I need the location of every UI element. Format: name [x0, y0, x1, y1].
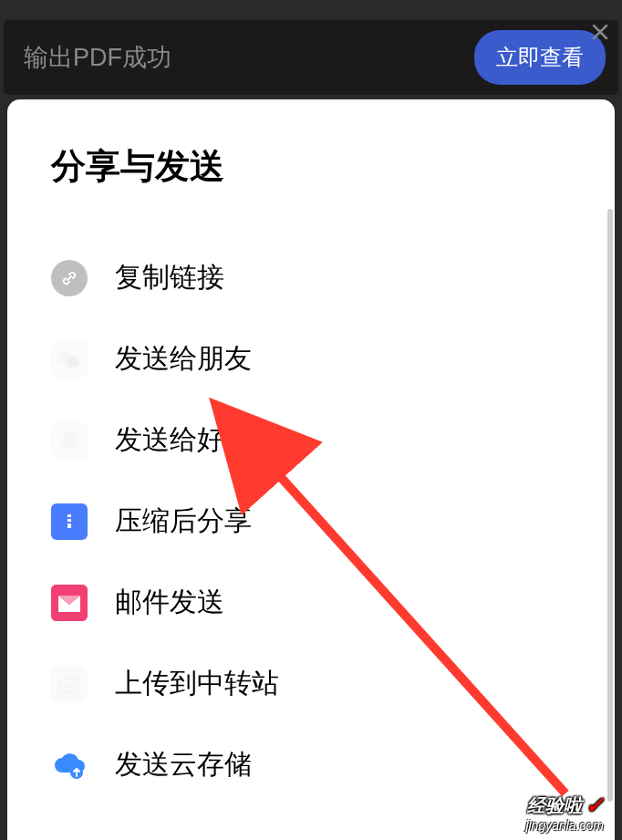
sheet-title: 分享与发送	[7, 143, 615, 190]
watermark: 经验啦 ✓ jingyanla.com	[525, 793, 604, 833]
link-icon	[51, 260, 88, 296]
option-label: 发送给好友	[115, 421, 252, 459]
option-send-friend-qq[interactable]: 发送给好友	[51, 399, 571, 481]
svg-rect-5	[67, 524, 71, 528]
wechat-icon	[51, 341, 88, 378]
watermark-url: jingyanla.com	[525, 818, 604, 833]
qq-icon	[51, 422, 88, 459]
option-label: 邮件发送	[115, 584, 224, 621]
watermark-brand: 经验啦	[527, 793, 582, 818]
close-icon[interactable]	[589, 21, 611, 43]
checkmark-icon: ✓	[586, 793, 604, 818]
view-now-button[interactable]: 立即查看	[474, 30, 606, 85]
option-label: 发送给朋友	[115, 340, 252, 378]
option-cloud-storage[interactable]: 发送云存储	[51, 724, 571, 805]
option-upload-transfer[interactable]: 上传到中转站	[51, 643, 571, 724]
share-options-list: 复制链接 发送给朋友 发送给好友	[7, 237, 615, 805]
option-label: 上传到中转站	[115, 665, 279, 702]
cloud-icon	[51, 747, 88, 783]
svg-rect-4	[67, 519, 71, 522]
upload-icon	[51, 666, 88, 702]
mail-icon	[51, 585, 88, 621]
svg-point-1	[67, 357, 79, 368]
svg-rect-7	[60, 679, 78, 691]
toast: 输出PDF成功 立即查看	[4, 20, 618, 95]
scrollbar[interactable]	[607, 209, 613, 802]
option-label: 复制链接	[115, 259, 224, 296]
option-mail-send[interactable]: 邮件发送	[51, 562, 571, 643]
option-compress-share[interactable]: 压缩后分享	[51, 481, 571, 562]
toast-message: 输出PDF成功	[24, 41, 171, 74]
share-sheet: 分享与发送 复制链接 发送给朋友	[7, 99, 615, 840]
option-copy-link[interactable]: 复制链接	[51, 237, 571, 318]
svg-point-2	[62, 431, 77, 450]
zip-icon	[51, 503, 88, 540]
svg-rect-3	[67, 514, 71, 517]
option-send-friend-wechat[interactable]: 发送给朋友	[51, 318, 571, 399]
option-label: 压缩后分享	[115, 503, 252, 540]
option-label: 发送云存储	[115, 746, 252, 783]
